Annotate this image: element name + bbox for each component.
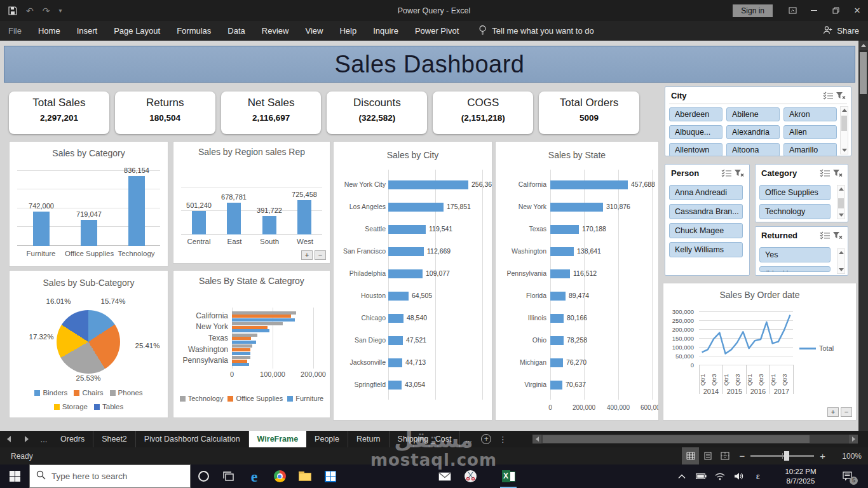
sheet-tab-sheet2[interactable]: Sheet2 bbox=[93, 431, 136, 447]
normal-view-button[interactable] bbox=[682, 447, 699, 464]
task-view-icon[interactable] bbox=[216, 464, 241, 488]
tell-me-box[interactable]: Tell me what you want to do bbox=[478, 25, 593, 37]
scroll-up-icon[interactable] bbox=[841, 107, 848, 114]
collapse-button[interactable]: − bbox=[315, 250, 326, 260]
start-button[interactable] bbox=[0, 464, 29, 488]
chart-sales-by-category[interactable]: Sales by Category742,000719,047836,154Fu… bbox=[9, 141, 168, 267]
snipping-tool-icon[interactable] bbox=[458, 464, 483, 488]
sheet-tab-return[interactable]: Return bbox=[348, 431, 390, 447]
sheet-nav-left-icon[interactable] bbox=[0, 431, 18, 447]
slicer-item[interactable]: Kelly Williams bbox=[669, 242, 743, 257]
chart-sales-by-state-and-category[interactable]: Sales By State & CategroyCaliforniaNew Y… bbox=[173, 270, 330, 418]
edge-icon[interactable]: e bbox=[241, 464, 267, 488]
scroll-down-icon[interactable] bbox=[837, 266, 844, 273]
horizontal-scroll-thumb[interactable] bbox=[543, 435, 810, 443]
slicer-item[interactable]: Allentown bbox=[669, 143, 722, 156]
undo-icon[interactable]: ↶ bbox=[26, 6, 34, 15]
sheet-overflow-left[interactable]: ... bbox=[36, 431, 52, 447]
sheet-tab-wireframe[interactable]: WireFrame bbox=[249, 431, 307, 447]
file-explorer-icon[interactable] bbox=[292, 464, 318, 488]
zoom-in-icon[interactable]: + bbox=[814, 451, 831, 461]
chart-sales-by-state[interactable]: Sales by StateCalifornia457,688New York3… bbox=[495, 141, 659, 421]
slicer-item[interactable]: Aberdeen bbox=[669, 107, 722, 121]
customize-quick-access-icon[interactable]: ▾ bbox=[58, 8, 62, 14]
collapse-button[interactable]: − bbox=[841, 407, 852, 417]
vertical-scrollbar[interactable] bbox=[858, 41, 868, 431]
slicer-item[interactable]: Technology bbox=[759, 204, 831, 219]
vertical-scroll-thumb[interactable] bbox=[860, 52, 867, 94]
ribbon-tab-power-pivot[interactable]: Power Pivot bbox=[407, 21, 467, 41]
clear-filter-icon[interactable] bbox=[831, 229, 844, 241]
scroll-up-icon[interactable] bbox=[837, 186, 844, 193]
zoom-slider[interactable] bbox=[750, 455, 814, 457]
sheet-tab-pivot-dashbord-calculation[interactable]: Pivot Dashbord Calculation bbox=[136, 431, 249, 447]
scroll-left-icon[interactable] bbox=[532, 435, 541, 444]
save-icon[interactable] bbox=[8, 6, 17, 15]
slicer-item[interactable]: Albuque... bbox=[669, 125, 722, 139]
mail-icon[interactable] bbox=[432, 464, 458, 488]
scroll-thumb[interactable] bbox=[841, 116, 847, 131]
ribbon-tab-inquire[interactable]: Inquire bbox=[365, 21, 407, 41]
slicer-item[interactable]: Alexandria bbox=[726, 125, 780, 139]
slicer-item[interactable]: Chuck Magee bbox=[669, 223, 743, 238]
sheet-menu-icon[interactable]: ⋮ bbox=[496, 431, 510, 447]
scroll-up-icon[interactable] bbox=[858, 41, 868, 50]
sheet-tab-people[interactable]: People bbox=[306, 431, 348, 447]
expand-button[interactable]: + bbox=[827, 407, 839, 417]
multi-select-icon[interactable] bbox=[720, 167, 733, 179]
sheet-tab-oredrs[interactable]: Oredrs bbox=[52, 431, 93, 447]
chrome-icon[interactable] bbox=[267, 464, 292, 488]
slicer-scrollbar[interactable] bbox=[837, 185, 845, 219]
cortana-icon[interactable] bbox=[191, 464, 216, 488]
tray-expand-chevron-icon[interactable] bbox=[672, 464, 691, 488]
horizontal-scrollbar[interactable] bbox=[532, 435, 858, 444]
slicer-item[interactable]: Allen bbox=[783, 125, 837, 139]
chart-sales-by-region[interactable]: Sales by Region sales Rep501,240678,7813… bbox=[173, 141, 330, 264]
page-layout-view-button[interactable] bbox=[699, 447, 716, 464]
ribbon-tab-insert[interactable]: Insert bbox=[69, 21, 106, 41]
slicer-person[interactable]: PersonAnna AndreadiCassandra Bran...Chuc… bbox=[665, 164, 750, 276]
ribbon-tab-page-layout[interactable]: Page Layout bbox=[105, 21, 168, 41]
share-button[interactable]: Share bbox=[823, 25, 859, 36]
minimize-button[interactable] bbox=[803, 0, 825, 21]
ribbon-tab-view[interactable]: View bbox=[297, 21, 331, 41]
slicer-item[interactable]: Altoona bbox=[726, 143, 780, 156]
slicer-category[interactable]: CategoryOffice SuppliesTechnology bbox=[755, 164, 848, 222]
multi-select-icon[interactable] bbox=[822, 90, 834, 101]
scroll-thumb[interactable] bbox=[838, 198, 844, 208]
chart-sales-by-subcategory-pie[interactable]: Sales by Sub-Category15.74%25.41%25.53%1… bbox=[9, 270, 168, 418]
slicer-returned[interactable]: ReturnedYes(blank) bbox=[755, 226, 848, 276]
wifi-icon[interactable] bbox=[710, 464, 729, 488]
excel-icon[interactable]: X bbox=[496, 464, 521, 488]
slicer-item[interactable]: Akron bbox=[783, 107, 837, 121]
slicer-item[interactable]: Yes bbox=[759, 247, 831, 262]
zoom-out-icon[interactable]: − bbox=[733, 451, 750, 461]
ribbon-tab-formulas[interactable]: Formulas bbox=[168, 21, 219, 41]
chart-sales-by-order-date[interactable]: Sales By Order date300,000250,000200,000… bbox=[663, 283, 857, 421]
restore-button[interactable] bbox=[825, 0, 846, 21]
scroll-up-icon[interactable] bbox=[837, 249, 844, 256]
slicer-item[interactable]: Amarillo bbox=[783, 143, 837, 156]
redo-icon[interactable]: ↷ bbox=[43, 6, 50, 15]
slicer-item[interactable]: Office Supplies bbox=[759, 185, 831, 200]
language-indicator[interactable]: ε bbox=[749, 471, 768, 481]
battery-icon[interactable] bbox=[691, 464, 710, 488]
ribbon-tab-file[interactable]: File bbox=[0, 21, 30, 41]
scroll-right-icon[interactable] bbox=[849, 435, 858, 444]
action-center-icon[interactable]: 5 bbox=[834, 464, 862, 488]
taskbar-clock[interactable]: 10:22 PM 8/7/2025 bbox=[775, 467, 826, 486]
ribbon-tab-home[interactable]: Home bbox=[30, 21, 69, 41]
clear-filter-icon[interactable] bbox=[831, 167, 844, 179]
clear-filter-icon[interactable] bbox=[733, 167, 745, 179]
page-break-view-button[interactable] bbox=[716, 447, 733, 464]
expand-button[interactable]: + bbox=[301, 250, 313, 260]
chart-sales-by-city[interactable]: Sales by CityNew York City256,368Los Ang… bbox=[333, 141, 492, 421]
slicer-item[interactable]: Cassandra Bran... bbox=[669, 204, 743, 219]
slicer-city[interactable]: CityAberdeenAbileneAkronAlbuque...Alexan… bbox=[665, 86, 851, 156]
taskbar-search-box[interactable]: Type here to search bbox=[29, 464, 191, 488]
new-sheet-button[interactable]: + bbox=[477, 431, 496, 447]
sheet-overflow-right[interactable]: ... bbox=[460, 431, 477, 447]
ribbon-tab-help[interactable]: Help bbox=[331, 21, 365, 41]
zoom-slider-thumb[interactable] bbox=[784, 451, 789, 461]
sheet-tab-shipping-cost[interactable]: Shipping _Cost bbox=[390, 431, 461, 447]
